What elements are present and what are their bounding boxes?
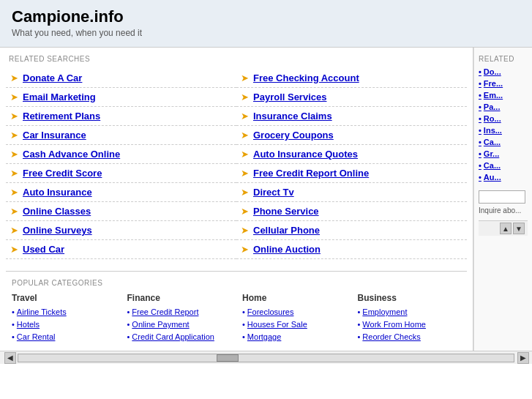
list-item: Work From Home xyxy=(358,318,468,329)
left-panel: RELATED SEARCHES ➤Donate A Car➤Email Mar… xyxy=(0,48,473,351)
scroll-down-btn[interactable]: ▼ xyxy=(513,223,525,234)
sidebar-link[interactable]: Ca... xyxy=(479,161,528,170)
popular-categories-section: POPULAR CATEGORIES TravelAirline Tickets… xyxy=(6,271,467,343)
list-item: Houses For Sale xyxy=(242,318,352,329)
sidebar-link[interactable]: Ca... xyxy=(479,138,528,146)
arrow-icon: ➤ xyxy=(10,72,18,83)
arrow-icon: ➤ xyxy=(10,225,18,236)
search-item: ➤Free Credit Score xyxy=(6,164,236,183)
related-searches-section: RELATED SEARCHES ➤Donate A Car➤Email Mar… xyxy=(6,55,467,259)
search-item: ➤Email Marketing xyxy=(6,88,236,107)
search-link[interactable]: Car Insurance xyxy=(23,130,86,141)
sidebar-link[interactable]: Ins... xyxy=(479,126,528,135)
popular-link[interactable]: Reorder Checks xyxy=(362,332,420,341)
arrow-icon: ➤ xyxy=(241,244,249,255)
arrow-icon: ➤ xyxy=(241,225,249,236)
header: Campione.info What you need, when you ne… xyxy=(0,0,532,48)
search-link[interactable]: Cellular Phone xyxy=(253,225,320,236)
list-item: Online Payment xyxy=(127,318,237,329)
search-grid: ➤Donate A Car➤Email Marketing➤Retirement… xyxy=(6,69,467,259)
popular-link[interactable]: Free Credit Report xyxy=(132,307,198,316)
popular-link[interactable]: Employment xyxy=(362,307,407,316)
popular-col-title: Business xyxy=(358,293,468,303)
list-item: Foreclosures xyxy=(242,306,352,317)
popular-link[interactable]: Houses For Sale xyxy=(247,320,307,329)
sidebar-input[interactable] xyxy=(479,190,525,204)
search-item: ➤Auto Insurance xyxy=(6,183,236,202)
search-item: ➤Free Checking Account xyxy=(236,69,467,88)
arrow-icon: ➤ xyxy=(241,111,249,122)
popular-link[interactable]: Foreclosures xyxy=(247,307,294,316)
popular-col: HomeForeclosuresHouses For SaleMortgage xyxy=(242,293,352,343)
search-link[interactable]: Cash Advance Online xyxy=(23,149,120,160)
popular-link[interactable]: Airline Tickets xyxy=(17,307,67,316)
popular-link[interactable]: Credit Card Application xyxy=(132,332,214,341)
list-item: Hotels xyxy=(12,318,121,329)
search-link[interactable]: Free Checking Account xyxy=(253,72,359,83)
search-link[interactable]: Free Credit Report Online xyxy=(253,168,369,179)
arrow-icon: ➤ xyxy=(10,206,18,217)
list-item: Employment xyxy=(358,306,468,317)
search-item: ➤Car Insurance xyxy=(6,126,236,145)
arrow-icon: ➤ xyxy=(10,92,18,102)
search-link[interactable]: Grocery Coupons xyxy=(253,130,334,141)
popular-link[interactable]: Work From Home xyxy=(362,320,426,329)
search-link[interactable]: Payroll Services xyxy=(253,92,326,102)
search-link[interactable]: Free Credit Score xyxy=(23,168,102,179)
popular-link[interactable]: Online Payment xyxy=(132,320,189,329)
scroll-right-btn[interactable]: ▶ xyxy=(517,352,529,364)
search-link[interactable]: Used Car xyxy=(23,244,64,255)
search-link[interactable]: Insurance Claims xyxy=(253,111,332,122)
popular-link[interactable]: Car Rental xyxy=(17,332,56,341)
arrow-icon: ➤ xyxy=(241,187,249,198)
scroll-up-btn[interactable]: ▲ xyxy=(500,223,512,234)
list-item: Airline Tickets xyxy=(12,306,121,317)
sidebar-link[interactable]: Fre... xyxy=(479,79,528,88)
main-layout: RELATED SEARCHES ➤Donate A Car➤Email Mar… xyxy=(0,48,532,351)
search-col-left: ➤Donate A Car➤Email Marketing➤Retirement… xyxy=(6,69,236,259)
search-link[interactable]: Retirement Plans xyxy=(23,111,100,122)
arrow-icon: ➤ xyxy=(10,244,18,255)
sidebar-link[interactable]: Pa... xyxy=(479,102,528,111)
search-link[interactable]: Auto Insurance xyxy=(23,187,92,198)
list-item: Reorder Checks xyxy=(358,331,468,342)
popular-col: TravelAirline TicketsHotelsCar Rental xyxy=(12,293,121,343)
related-searches-label: RELATED SEARCHES xyxy=(6,55,467,63)
arrow-icon: ➤ xyxy=(241,149,249,160)
sidebar-links: Do...Fre...Em...Pa...Ro...Ins...Ca...Gr.… xyxy=(479,67,528,182)
search-link[interactable]: Donate A Car xyxy=(23,72,82,83)
search-link[interactable]: Phone Service xyxy=(253,206,319,217)
scrollbar-area: ▲ ▼ xyxy=(479,220,528,236)
scroll-left-btn[interactable]: ◀ xyxy=(4,352,16,364)
list-item: Credit Card Application xyxy=(127,331,237,342)
search-link[interactable]: Email Marketing xyxy=(23,92,96,102)
arrow-icon: ➤ xyxy=(241,92,249,102)
horizontal-scroll-track[interactable] xyxy=(18,354,514,362)
search-link[interactable]: Auto Insurance Quotes xyxy=(253,149,358,160)
search-item: ➤Donate A Car xyxy=(6,69,236,88)
popular-link[interactable]: Hotels xyxy=(17,320,40,329)
search-item: ➤Payroll Services xyxy=(236,88,467,107)
sidebar-link[interactable]: Gr... xyxy=(479,149,528,158)
popular-col-title: Travel xyxy=(12,293,121,303)
popular-categories-label: POPULAR CATEGORIES xyxy=(12,279,467,287)
search-item: ➤Online Surveys xyxy=(6,221,236,240)
search-link[interactable]: Direct Tv xyxy=(253,187,294,198)
search-item: ➤Online Auction xyxy=(236,240,467,259)
site-title: Campione.info xyxy=(12,7,520,26)
popular-col: BusinessEmploymentWork From HomeReorder … xyxy=(358,293,468,343)
sidebar-link[interactable]: Ro... xyxy=(479,114,528,123)
sidebar-link[interactable]: Au... xyxy=(479,173,528,182)
search-link[interactable]: Online Classes xyxy=(23,206,91,217)
popular-link[interactable]: Mortgage xyxy=(247,332,281,341)
arrow-icon: ➤ xyxy=(10,149,18,160)
search-item: ➤Retirement Plans xyxy=(6,107,236,126)
search-item: ➤Cellular Phone xyxy=(236,221,467,240)
list-item: Mortgage xyxy=(242,331,352,342)
arrow-icon: ➤ xyxy=(241,206,249,217)
sidebar-link[interactable]: Do... xyxy=(479,67,528,76)
sidebar-link[interactable]: Em... xyxy=(479,91,528,100)
horizontal-scroll-thumb[interactable] xyxy=(217,354,239,362)
search-link[interactable]: Online Auction xyxy=(253,244,321,255)
search-link[interactable]: Online Surveys xyxy=(23,225,92,236)
